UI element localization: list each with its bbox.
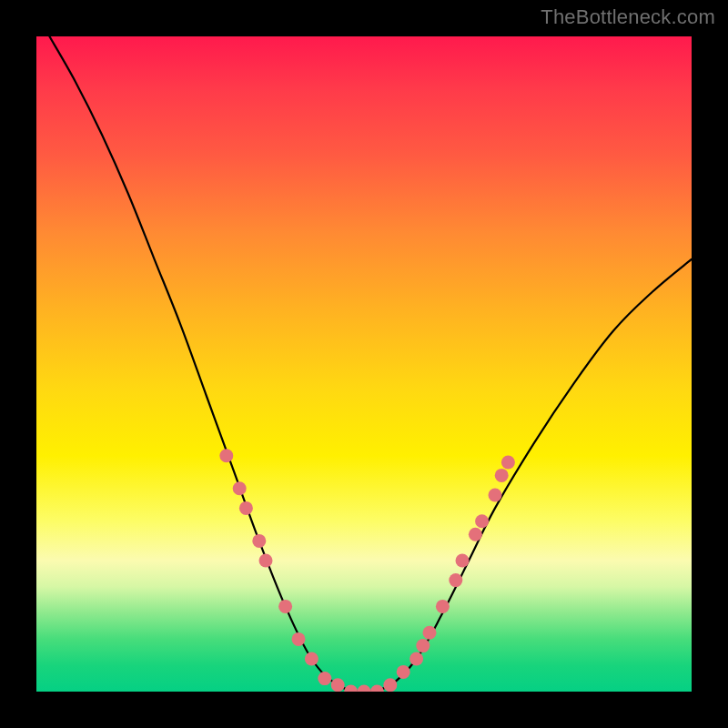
chart-frame: TheBottleneck.com <box>0 0 728 728</box>
marker-dot <box>475 514 489 528</box>
marker-dot <box>495 469 509 482</box>
marker-dot <box>501 456 515 470</box>
marker-dot <box>331 678 345 692</box>
marker-dot <box>449 573 462 587</box>
bottleneck-curve <box>49 36 692 692</box>
marker-dot <box>252 534 266 548</box>
plot-area <box>36 36 692 692</box>
marker-dot <box>292 632 306 646</box>
marker-dots <box>219 449 515 692</box>
marker-dot <box>469 528 482 541</box>
marker-dot <box>344 685 358 693</box>
marker-dot <box>318 672 331 685</box>
marker-dot <box>416 639 430 652</box>
marker-dot <box>239 501 253 515</box>
watermark-text: TheBottleneck.com <box>541 5 715 29</box>
marker-dot <box>259 554 273 568</box>
chart-svg <box>36 36 692 692</box>
marker-dot <box>370 685 384 693</box>
marker-dot <box>397 665 410 679</box>
marker-dot <box>305 652 318 666</box>
marker-dot <box>383 678 397 692</box>
marker-dot <box>358 685 371 693</box>
marker-dot <box>278 600 292 613</box>
marker-dot <box>456 554 470 568</box>
marker-dot <box>410 652 423 666</box>
marker-dot <box>233 481 247 495</box>
marker-dot <box>489 489 502 502</box>
marker-dot <box>436 600 450 613</box>
marker-dot <box>219 449 233 462</box>
marker-dot <box>423 626 437 640</box>
